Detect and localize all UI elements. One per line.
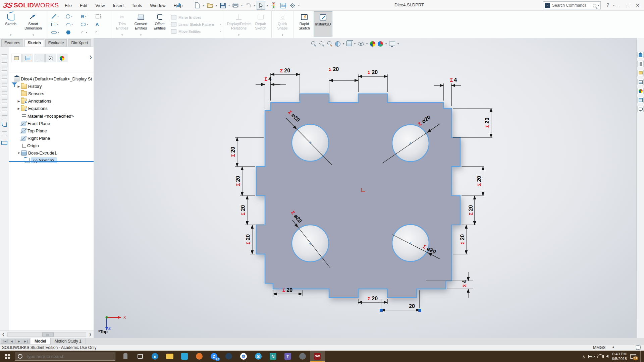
tree-item-annotations[interactable]: ▶AAnnotations	[9, 98, 94, 105]
apply-scene-icon[interactable]	[378, 41, 383, 47]
select-tool-button[interactable]	[257, 1, 265, 10]
trim-caret-icon[interactable]: ▾	[121, 34, 123, 37]
move-entities-button[interactable]: Move Entities▾	[171, 28, 221, 35]
speaker-icon[interactable]	[606, 355, 608, 358]
point-tool[interactable]	[94, 28, 109, 37]
taskbar-clock[interactable]: 6:40 PM 6/5/2018	[612, 352, 627, 361]
featuremanager-tab[interactable]	[11, 54, 22, 62]
zoom-to-fit-icon[interactable]	[311, 41, 317, 47]
search-caret-icon[interactable]: ▾	[598, 4, 599, 7]
graphics-viewport[interactable]: Σ20 Σ20 Σ20 Σ4 Σ4 Σ20 Σ20 Σ20 Σ20 Σ20 Σ2…	[94, 38, 644, 338]
chrome-icon[interactable]	[236, 351, 251, 362]
collapse-arrow-icon[interactable]: ▼	[16, 152, 21, 155]
feature-cube-icon-1[interactable]	[2, 54, 7, 59]
slot-tool[interactable]: ▾	[50, 28, 65, 37]
units-caret-icon[interactable]: ▲	[612, 345, 615, 349]
repair-sketch-button[interactable]: Repair Sketch	[251, 11, 270, 37]
zoom-to-area-icon[interactable]	[319, 41, 325, 47]
sketch-picture-tool[interactable]	[94, 12, 109, 20]
section-caret-icon[interactable]: ▾	[343, 42, 344, 45]
search-magnifier-icon[interactable]	[593, 4, 596, 7]
convert-caret-icon[interactable]: ▾	[140, 34, 142, 37]
tab-features[interactable]: Features	[1, 39, 23, 47]
save-button[interactable]	[218, 1, 227, 10]
dice-body[interactable]	[256, 94, 460, 298]
smart-dimension-caret-icon[interactable]: ▾	[33, 34, 34, 37]
steam-icon[interactable]	[295, 351, 310, 362]
feature-cube-icon-3[interactable]	[2, 70, 7, 75]
hidden-icons-chevron[interactable]: ∧	[582, 354, 585, 359]
trim-entities-button[interactable]: ✂ Trim Entities ▾	[113, 11, 131, 37]
task-view-icon[interactable]	[133, 351, 148, 362]
restore-button[interactable]	[623, 1, 633, 10]
displaymanager-tab[interactable]	[57, 54, 67, 62]
propertymanager-tab[interactable]	[22, 54, 33, 62]
smart-dimension-button[interactable]: Smart Dimension ▾	[20, 11, 46, 37]
search-commands-input[interactable]	[551, 3, 591, 8]
design-library-icon[interactable]	[637, 61, 644, 67]
tree-item-right-plane[interactable]: Right Plane	[9, 135, 94, 142]
spline-tool[interactable]: N▾	[79, 12, 94, 20]
undo-caret-icon[interactable]: ▾	[253, 4, 256, 7]
store-icon[interactable]	[177, 351, 192, 362]
expand-arrow-icon[interactable]: ▶	[16, 107, 21, 110]
mirror-entities-button[interactable]: Mirror Entities	[171, 14, 221, 20]
hide-show-items-icon[interactable]	[358, 42, 364, 46]
rebuild-button[interactable]	[269, 1, 278, 10]
expand-arrow-icon[interactable]: ▶	[16, 100, 21, 103]
scroll-left-icon[interactable]: ❮	[0, 333, 7, 336]
previous-view-icon[interactable]	[327, 41, 333, 47]
open-caret-icon[interactable]: ▾	[215, 4, 218, 7]
tab-model[interactable]: Model	[31, 338, 51, 344]
home-icon[interactable]	[637, 52, 644, 58]
instant2d-button[interactable]: Instant2D	[314, 11, 332, 37]
select-caret-icon[interactable]: ▾	[266, 4, 269, 7]
tree-item-origin[interactable]: Origin	[9, 142, 94, 149]
panel-flyout-arrow[interactable]: ❯	[89, 55, 92, 59]
polygon-tool[interactable]	[65, 28, 79, 37]
scrollbar-track[interactable]: |||	[7, 332, 86, 337]
feature-cube-icon-2[interactable]	[2, 62, 7, 67]
onenote-icon[interactable]: N	[266, 351, 280, 362]
show-desktop-button[interactable]	[640, 351, 642, 362]
hide-show-caret-icon[interactable]: ▾	[366, 42, 368, 45]
feature-cube-icon-5[interactable]	[2, 86, 7, 92]
prev-tab-icon[interactable]: ◀	[8, 339, 15, 344]
dev-tool-icon[interactable]	[221, 351, 236, 362]
options-button[interactable]	[288, 1, 297, 10]
pin-menu-icon[interactable]	[175, 2, 181, 8]
menu-view[interactable]: View	[92, 2, 108, 9]
file-explorer-taskbar-icon[interactable]	[162, 351, 177, 362]
first-tab-icon[interactable]: ❘◀	[1, 339, 8, 344]
convert-entities-button[interactable]: Convert Entities ▾	[131, 11, 150, 37]
tree-horizontal-scrollbar[interactable]: ❮ ||| ❯	[0, 330, 94, 338]
rectangle-tool[interactable]: ▾	[50, 20, 65, 28]
section-view-icon[interactable]	[335, 41, 340, 47]
undo-button[interactable]	[244, 1, 253, 10]
help-button[interactable]: ?	[606, 2, 609, 8]
new-document-caret-icon[interactable]: ▾	[202, 4, 205, 7]
appearances-icon[interactable]	[637, 88, 644, 94]
tree-root-item[interactable]: Dice4 (Default<<Default>_Display St	[9, 75, 94, 82]
offset-entities-button[interactable]: Offset Entities	[150, 11, 169, 37]
forum-icon[interactable]	[637, 106, 644, 112]
view-palette-icon[interactable]	[637, 79, 644, 85]
fillet-tool[interactable]: ▾	[79, 28, 94, 37]
text-tool[interactable]: A	[94, 20, 109, 28]
dimxpertmanager-tab[interactable]	[45, 54, 56, 62]
wifi-icon[interactable]	[597, 354, 603, 358]
start-button[interactable]	[0, 351, 15, 362]
skype-icon[interactable]: S	[251, 351, 266, 362]
tab-dimxpert[interactable]: DimXpert	[68, 39, 91, 47]
solidworks-taskbar-icon[interactable]: SW	[310, 351, 325, 362]
tree-item-boss-extrude1[interactable]: ▼Boss-Extrude1	[9, 149, 94, 157]
view-orientation-icon[interactable]	[346, 42, 352, 46]
tab-sketch[interactable]: Sketch	[24, 39, 44, 47]
tree-item-front-plane[interactable]: Front Plane	[9, 120, 94, 127]
tree-item-history[interactable]: ▶History	[9, 83, 94, 90]
next-tab-icon[interactable]: ▶	[15, 339, 22, 344]
zoom-icon[interactable]: Z64	[207, 351, 221, 362]
close-button[interactable]: ✕	[633, 1, 643, 10]
units-selector[interactable]: MMGS	[593, 345, 605, 350]
sketch-caret-icon[interactable]: ▾	[10, 34, 11, 37]
